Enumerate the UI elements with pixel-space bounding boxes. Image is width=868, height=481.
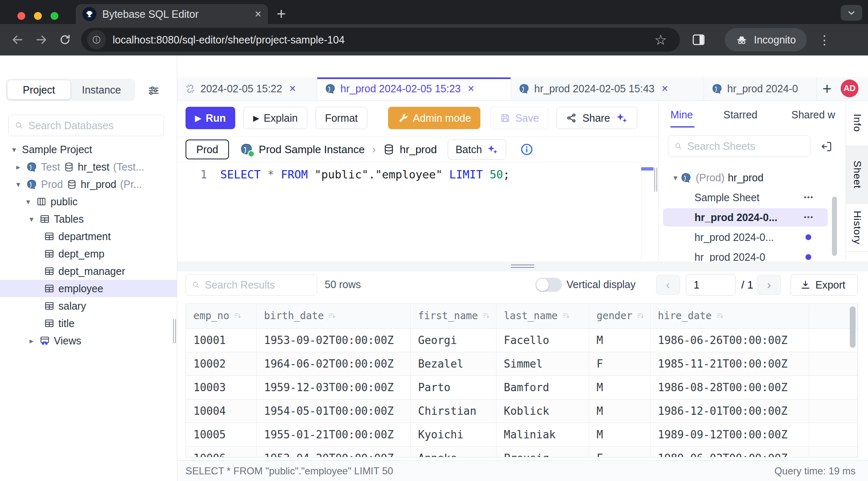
back-icon[interactable] bbox=[11, 33, 24, 46]
sidebar-settings-sliders-icon[interactable] bbox=[147, 84, 160, 97]
sheet-tab-3[interactable]: hr_prod 2024-02-05 15:43× bbox=[511, 77, 704, 100]
sheet-list-scrollbar[interactable] bbox=[832, 197, 837, 256]
site-info-icon[interactable] bbox=[87, 30, 106, 49]
address-bar[interactable]: localhost:8080/sql-editor/sheet/project-… bbox=[81, 28, 680, 52]
tree-item-dept-emp[interactable]: dept_emp bbox=[0, 245, 177, 262]
table-cell[interactable]: 1955-01-21T00:00:00Z bbox=[256, 423, 410, 446]
table-cell[interactable]: Simmel bbox=[496, 352, 589, 375]
batch-button[interactable]: Batch bbox=[448, 139, 506, 160]
table-cell[interactable]: Bamford bbox=[496, 375, 589, 399]
column-header-first_name[interactable]: first_name bbox=[410, 304, 496, 328]
tab-project[interactable]: Project bbox=[7, 80, 70, 99]
table-row[interactable]: 100021964-06-02T00:00:00ZBezalelSimmelF1… bbox=[186, 352, 858, 375]
sheet-search-input[interactable] bbox=[687, 140, 804, 153]
new-sheet-button[interactable]: + bbox=[817, 77, 837, 100]
caret-icon[interactable]: ▾ bbox=[24, 197, 32, 207]
editor-minimap[interactable] bbox=[641, 162, 653, 260]
divider-drag-handle[interactable] bbox=[511, 265, 534, 268]
window-zoom-button[interactable] bbox=[51, 12, 58, 20]
sidebar-resize-handle[interactable] bbox=[173, 319, 177, 343]
explain-button[interactable]: ▶ Explain bbox=[244, 107, 307, 129]
page-number-input[interactable] bbox=[686, 274, 735, 296]
strip-tab-sheet[interactable]: Sheet bbox=[846, 146, 868, 204]
database-search[interactable] bbox=[8, 115, 164, 136]
run-button[interactable]: ▶ Run bbox=[186, 107, 235, 129]
instance-name[interactable]: Prod Sample Instance bbox=[259, 143, 365, 156]
column-header-gender[interactable]: gender bbox=[589, 304, 650, 328]
share-button[interactable]: Share bbox=[557, 107, 637, 129]
strip-tab-history[interactable]: History bbox=[846, 204, 868, 252]
caret-icon[interactable]: ▸ bbox=[14, 162, 22, 172]
environment-badge[interactable]: Prod bbox=[186, 139, 229, 159]
table-cell[interactable]: M bbox=[589, 399, 650, 423]
caret-icon[interactable]: ▾ bbox=[14, 180, 22, 189]
tree-item-department[interactable]: department bbox=[0, 228, 177, 245]
sheet-search[interactable] bbox=[668, 135, 810, 157]
sheet-item-1[interactable]: Sample Sheet••• bbox=[659, 188, 846, 207]
table-cell[interactable]: Anneke bbox=[410, 446, 496, 457]
table-cell[interactable]: Maliniak bbox=[496, 423, 589, 446]
table-cell[interactable]: Georgi bbox=[410, 328, 496, 352]
panel-resize-handle[interactable] bbox=[654, 168, 658, 192]
sql-editor[interactable]: 1 SELECT * FROM "public"."employee" LIMI… bbox=[177, 162, 658, 260]
sheet-item-3[interactable]: hr_prod 2024-0... bbox=[659, 227, 846, 247]
column-header-emp_no[interactable]: emp_no bbox=[186, 304, 256, 328]
table-cell[interactable]: 1986-12-01T00:00:00Z bbox=[650, 399, 809, 423]
admin-mode-button[interactable]: Admin mode bbox=[388, 107, 480, 129]
table-row[interactable]: 100051955-01-21T00:00:00ZKyoichiMaliniak… bbox=[186, 423, 858, 446]
results-search[interactable] bbox=[186, 274, 317, 296]
window-minimize-button[interactable] bbox=[34, 12, 42, 20]
export-button[interactable]: Export bbox=[791, 274, 858, 296]
table-cell[interactable]: F bbox=[589, 446, 650, 457]
browser-tab-close-icon[interactable]: × bbox=[255, 9, 261, 20]
table-cell[interactable]: Parto bbox=[410, 375, 496, 399]
item-menu-icon[interactable]: ••• bbox=[804, 213, 814, 221]
column-header-hire_date[interactable]: hire_date bbox=[650, 304, 809, 328]
tree-item-public[interactable]: ▾public bbox=[0, 193, 177, 210]
sort-icon[interactable] bbox=[234, 312, 242, 320]
sort-icon[interactable] bbox=[482, 312, 490, 320]
ai-sparkles-icon[interactable] bbox=[615, 112, 628, 124]
column-header-birth_date[interactable]: birth_date bbox=[256, 304, 410, 328]
vertical-display-toggle[interactable] bbox=[535, 278, 562, 292]
tree-item-sample-project[interactable]: ▾Sample Project bbox=[0, 141, 177, 158]
table-cell[interactable]: 10001 bbox=[186, 328, 256, 352]
tree-item-employee[interactable]: employee bbox=[0, 280, 177, 297]
tab-search-chevron-button[interactable] bbox=[841, 5, 862, 21]
table-cell[interactable]: F bbox=[589, 352, 650, 375]
info-circle-icon[interactable] bbox=[520, 143, 533, 156]
collapse-panel-icon[interactable] bbox=[820, 140, 833, 153]
table-cell[interactable]: 1954-05-01T00:00:00Z bbox=[256, 399, 410, 423]
table-cell[interactable]: 1953-04-20T00:00:00Z bbox=[256, 446, 410, 457]
browser-tab[interactable]: Bytebase SQL Editor × bbox=[76, 4, 268, 24]
table-cell[interactable]: M bbox=[589, 328, 650, 352]
table-cell[interactable]: M bbox=[589, 375, 650, 399]
new-tab-button[interactable]: + bbox=[277, 5, 286, 23]
table-cell[interactable]: 1959-12-03T00:00:00Z bbox=[256, 375, 410, 399]
database-search-input[interactable] bbox=[28, 119, 158, 132]
table-cell[interactable]: 1989-06-02T00:00:00Z bbox=[650, 446, 809, 457]
sheet-tab-2[interactable]: hr_prod 2024-02-05 15:23× bbox=[317, 77, 511, 100]
table-cell[interactable]: 10004 bbox=[186, 399, 256, 423]
item-menu-icon[interactable]: ••• bbox=[804, 193, 814, 202]
tab-instance[interactable]: Instance bbox=[70, 80, 133, 99]
table-row[interactable]: 100031959-12-03T00:00:00ZPartoBamfordM19… bbox=[186, 375, 858, 399]
table-cell[interactable]: 1986-06-26T00:00:00Z bbox=[650, 328, 809, 352]
table-cell[interactable]: 1986-08-28T00:00:00Z bbox=[650, 375, 809, 399]
tree-item-hr-prod[interactable]: ▾Prodhr_prod(Pr... bbox=[0, 176, 177, 193]
table-cell[interactable]: Facello bbox=[496, 328, 589, 352]
format-button[interactable]: Format bbox=[316, 107, 367, 129]
close-tab-icon[interactable]: × bbox=[662, 82, 668, 95]
caret-icon[interactable]: ▾ bbox=[671, 173, 680, 183]
strip-tab-info[interactable]: Info bbox=[846, 101, 868, 146]
table-cell[interactable]: 1953-09-02T00:00:00Z bbox=[256, 328, 410, 352]
table-cell[interactable]: 1964-06-02T00:00:00Z bbox=[256, 352, 410, 375]
prev-page-button[interactable]: ‹ bbox=[656, 275, 680, 295]
table-cell[interactable]: 1985-11-21T00:00:00Z bbox=[650, 352, 809, 375]
side-panel-icon[interactable] bbox=[692, 34, 706, 46]
next-page-button[interactable]: › bbox=[757, 275, 781, 295]
table-cell[interactable]: 10005 bbox=[186, 423, 256, 446]
caret-icon[interactable]: ▾ bbox=[10, 145, 18, 154]
results-search-input[interactable] bbox=[204, 279, 311, 291]
tree-item-dept-manager[interactable]: dept_manager bbox=[0, 262, 177, 280]
